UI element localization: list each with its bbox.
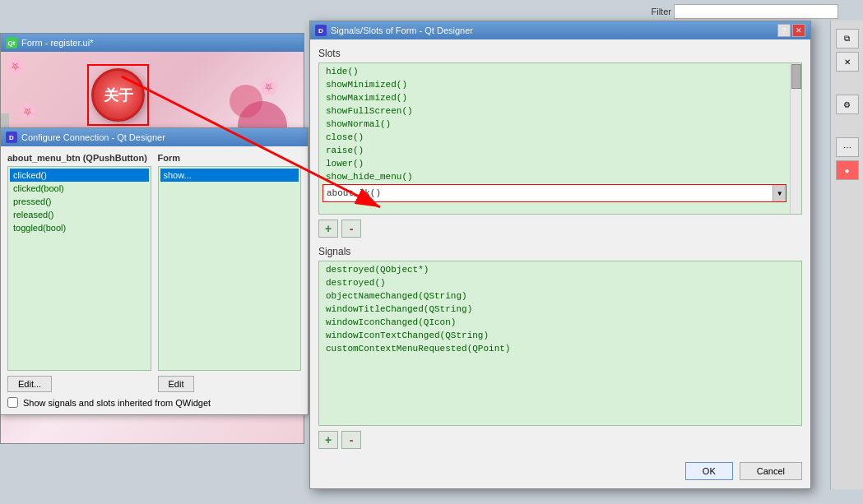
- slots-add-remove: + -: [318, 220, 802, 238]
- deco-blossom-2: 🌸: [17, 101, 38, 121]
- slot-raise[interactable]: raise(): [321, 144, 788, 157]
- signals-list-inner: destroyed(QObject*) destroyed() objectNa…: [319, 261, 801, 357]
- d-logo-icon: D: [6, 132, 17, 143]
- left-signals-list[interactable]: clicked() clicked(bool) pressed() releas…: [7, 166, 151, 371]
- signal-windowtitlechanged[interactable]: windowTitleChanged(QString): [321, 303, 800, 316]
- config-titlebar-left: D Configure Connection - Qt Designer: [6, 132, 165, 143]
- slots-titlebar-left: D Signals/Slots of Form - Qt Designer: [315, 25, 473, 36]
- slots-add-button[interactable]: +: [318, 220, 338, 238]
- slot-edit-input[interactable]: [323, 187, 773, 199]
- signal-windowiconchanged[interactable]: windowIconChanged(QIcon): [321, 316, 800, 329]
- slots-section-label: Slots: [318, 48, 802, 59]
- right-list-item-show[interactable]: show...: [160, 169, 299, 182]
- right-btn-1[interactable]: ⧉: [836, 29, 859, 49]
- slot-showfullscreen[interactable]: showFullScreen(): [321, 104, 788, 118]
- signals-add-remove: + -: [318, 431, 802, 449]
- right-btn-5[interactable]: ●: [836, 160, 859, 180]
- signal-windowicontextchanged[interactable]: windowIconTextChanged(QString): [321, 329, 800, 342]
- slots-body: Slots hide() showMinimized() showMaximiz…: [310, 39, 810, 488]
- filter-label: Filter: [651, 7, 670, 16]
- slots-d-logo-icon: D: [315, 25, 327, 36]
- show-inherited-checkbox[interactable]: [7, 397, 18, 408]
- right-col-label: Form: [158, 153, 302, 163]
- qt-logo-icon: Qt: [6, 37, 17, 49]
- config-columns: about_menu_btn (QPushButton) clicked() c…: [7, 153, 301, 392]
- right-btn-2[interactable]: ✕: [836, 52, 859, 72]
- titlebar-buttons: ? ✕: [777, 24, 805, 37]
- show-inherited-label: Show signals and slots inherited from QW…: [23, 398, 211, 408]
- deco-blossom-3: 🌸: [258, 76, 279, 96]
- right-btn-3[interactable]: ⚙: [836, 95, 859, 114]
- list-item-toggled[interactable]: toggled(bool): [10, 221, 149, 234]
- signals-add-button[interactable]: +: [318, 431, 338, 449]
- slots-remove-button[interactable]: -: [341, 220, 361, 238]
- right-slots-list[interactable]: show...: [158, 166, 302, 371]
- list-item-released[interactable]: released(): [10, 208, 149, 221]
- list-item-clicked[interactable]: clicked(): [10, 169, 149, 182]
- filter-input[interactable]: [674, 4, 838, 19]
- help-button[interactable]: ?: [777, 24, 791, 37]
- config-left-col: about_menu_btn (QPushButton) clicked() c…: [7, 153, 151, 392]
- slot-showmaximized[interactable]: showMaximized(): [321, 91, 788, 104]
- slot-show-hide-menu[interactable]: show_hide_menu(): [321, 170, 788, 183]
- config-footer: Show signals and slots inherited from QW…: [7, 397, 301, 408]
- slot-showminimized[interactable]: showMinimized(): [321, 78, 788, 91]
- config-body: about_menu_btn (QPushButton) clicked() c…: [1, 146, 308, 414]
- about-menu-btn[interactable]: 关于: [91, 68, 145, 122]
- cancel-button[interactable]: Cancel: [740, 462, 802, 480]
- config-connection-window: D Configure Connection - Qt Designer abo…: [0, 127, 309, 415]
- list-item-pressed[interactable]: pressed(): [10, 195, 149, 208]
- slots-list-container[interactable]: hide() showMinimized() showMaximized() s…: [318, 62, 802, 215]
- slot-close[interactable]: close(): [321, 131, 788, 144]
- close-button[interactable]: ✕: [792, 24, 805, 37]
- filter-bar: Filter: [651, 4, 838, 19]
- deco-blossom-1: 🌸: [5, 56, 26, 76]
- signals-remove-button[interactable]: -: [341, 431, 361, 449]
- signals-section-label: Signals: [318, 246, 802, 257]
- slots-scrollbar[interactable]: [790, 63, 801, 214]
- slot-shownormal[interactable]: showNormal(): [321, 118, 788, 131]
- slot-hide[interactable]: hide(): [321, 65, 788, 78]
- list-item-clicked-bool[interactable]: clicked(bool): [10, 182, 149, 195]
- signals-list-container[interactable]: destroyed(QObject*) destroyed() objectNa…: [318, 261, 802, 426]
- config-titlebar: D Configure Connection - Qt Designer: [1, 128, 308, 146]
- config-title: Configure Connection - Qt Designer: [21, 132, 165, 142]
- signal-destroyed-obj[interactable]: destroyed(QObject*): [321, 263, 800, 276]
- config-right-col: Form show... Edit: [158, 153, 302, 392]
- left-edit-button[interactable]: Edit...: [7, 376, 52, 392]
- slot-dropdown-arrow[interactable]: ▼: [773, 185, 786, 201]
- right-edit-button[interactable]: Edit: [158, 376, 195, 392]
- slots-list-inner: hide() showMinimized() showMaximized() s…: [319, 63, 790, 205]
- slots-signals-window: D Signals/Slots of Form - Qt Designer ? …: [309, 21, 811, 489]
- signal-customcontextmenurequested[interactable]: customContextMenuRequested(QPoint): [321, 342, 800, 355]
- left-col-label: about_menu_btn (QPushButton): [7, 153, 151, 163]
- bg-form-title: Form - register.ui*: [21, 38, 93, 48]
- bg-form-titlebar: Qt Form - register.ui*: [1, 34, 304, 52]
- dialog-footer: OK Cancel: [318, 462, 802, 480]
- signal-objectnamechanged[interactable]: objectNameChanged(QString): [321, 289, 800, 303]
- signal-destroyed[interactable]: destroyed(): [321, 276, 800, 289]
- right-side-panel: ⧉ ✕ ⚙ ⋯ ●: [830, 21, 863, 489]
- right-btn-4[interactable]: ⋯: [836, 137, 859, 157]
- ok-button[interactable]: OK: [685, 462, 733, 480]
- slot-editing-row[interactable]: ▼: [322, 184, 786, 202]
- slot-lower[interactable]: lower(): [321, 157, 788, 170]
- slots-title: Signals/Slots of Form - Qt Designer: [331, 25, 473, 35]
- slots-scroll-thumb[interactable]: [791, 64, 801, 89]
- slots-titlebar: D Signals/Slots of Form - Qt Designer ? …: [310, 21, 810, 39]
